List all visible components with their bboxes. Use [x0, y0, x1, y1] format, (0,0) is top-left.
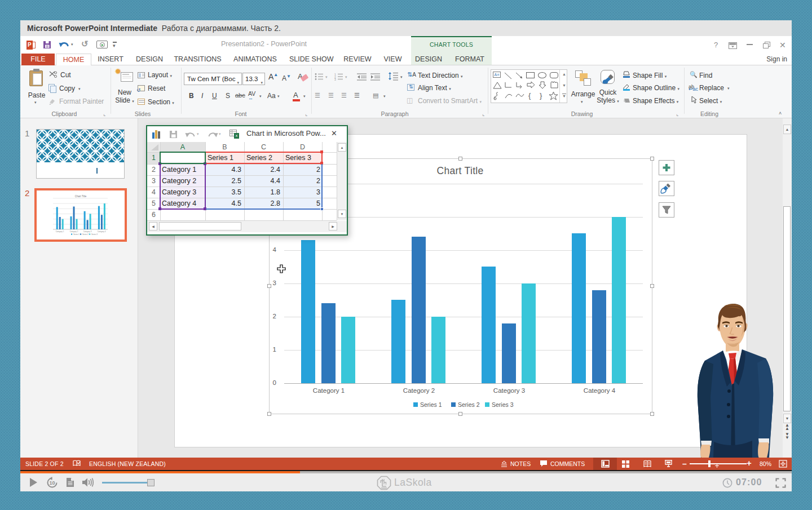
- svg-text:Category 1: Category 1: [56, 230, 64, 233]
- svg-text:Chart Title: Chart Title: [75, 195, 87, 198]
- svg-text:3: 3: [334, 78, 336, 81]
- svg-text:Category 2: Category 2: [70, 230, 78, 233]
- svg-text:Series 2: Series 2: [82, 233, 89, 236]
- svg-text:Category 3: Category 3: [83, 230, 92, 233]
- svg-text:Category 4: Category 4: [98, 230, 106, 233]
- svg-text:10: 10: [49, 480, 55, 486]
- svg-text:Series 1: Series 1: [73, 233, 80, 236]
- svg-text:Series 3: Series 3: [91, 233, 98, 236]
